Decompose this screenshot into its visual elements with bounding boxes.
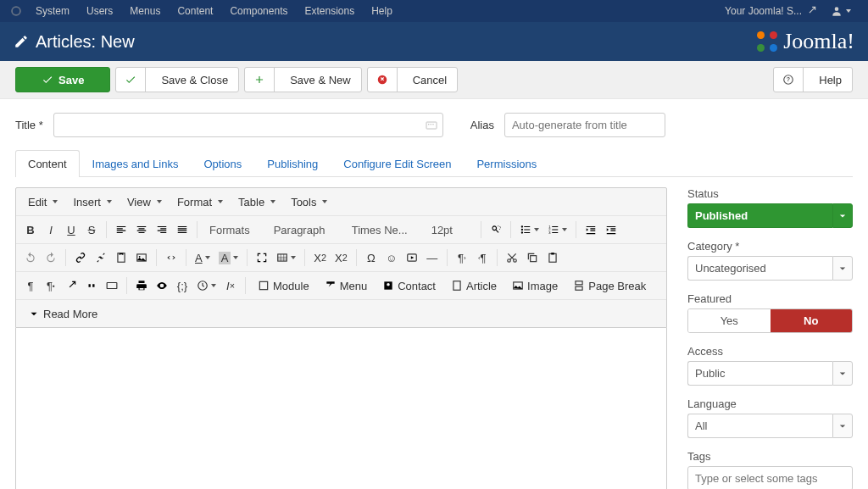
cancel-button[interactable]: Cancel bbox=[367, 67, 458, 92]
category-select[interactable]: Uncategorised bbox=[687, 256, 853, 281]
showpara-btn[interactable]: ¶▪ bbox=[42, 275, 60, 296]
underline-btn[interactable]: U bbox=[62, 219, 81, 240]
save-close-button[interactable]: Save & Close bbox=[115, 67, 239, 92]
featured-no[interactable]: No bbox=[771, 309, 853, 332]
title-input[interactable] bbox=[53, 113, 443, 137]
help-button[interactable]: ? Help bbox=[773, 67, 853, 92]
quote-btn[interactable] bbox=[82, 275, 101, 296]
italic-btn[interactable]: I bbox=[42, 219, 60, 240]
status-select[interactable]: Published bbox=[687, 203, 853, 228]
paste-btn[interactable] bbox=[543, 247, 562, 268]
copy-btn[interactable] bbox=[523, 247, 542, 268]
find-btn[interactable] bbox=[487, 219, 505, 240]
topmenu-components[interactable]: Components bbox=[221, 5, 296, 17]
save-button[interactable]: Save bbox=[15, 67, 110, 92]
align-center-btn[interactable] bbox=[132, 219, 151, 240]
newwindow-btn[interactable] bbox=[62, 275, 81, 296]
topmenu-system[interactable]: System bbox=[27, 5, 78, 17]
block-select[interactable]: Paragraph bbox=[267, 219, 343, 240]
contact-insert-btn[interactable]: Contact bbox=[376, 275, 442, 296]
pagebreak-insert-btn[interactable]: Page Break bbox=[566, 275, 653, 296]
featured-toggle[interactable]: Yes No bbox=[687, 308, 853, 333]
save-new-button[interactable]: Save & New bbox=[244, 67, 362, 92]
user-menu[interactable] bbox=[824, 5, 858, 17]
anchor-btn[interactable] bbox=[112, 247, 131, 268]
datetime-btn[interactable] bbox=[193, 275, 220, 296]
module-insert-btn[interactable]: Module bbox=[251, 275, 316, 296]
editmenu-insert[interactable]: Insert bbox=[66, 192, 119, 212]
language-select[interactable]: All bbox=[687, 414, 853, 438]
editmenu-view[interactable]: View bbox=[120, 192, 169, 212]
hr-btn[interactable]: — bbox=[423, 247, 442, 268]
superscript-btn[interactable]: X2 bbox=[331, 247, 351, 268]
tab-configure-edit[interactable]: Configure Edit Screen bbox=[331, 150, 464, 177]
unlink-btn[interactable] bbox=[92, 247, 110, 268]
readmore-btn[interactable]: Read More bbox=[21, 303, 104, 324]
editmenu-edit[interactable]: Edit bbox=[21, 192, 64, 212]
undo-btn[interactable] bbox=[21, 247, 40, 268]
bullet-list-btn[interactable] bbox=[516, 219, 542, 240]
article-insert-btn[interactable]: Article bbox=[444, 275, 504, 296]
tabs: Content Images and Links Options Publish… bbox=[15, 149, 853, 177]
featured-yes[interactable]: Yes bbox=[688, 309, 771, 332]
textcolor-btn[interactable]: A bbox=[192, 247, 214, 268]
chevron-down-icon bbox=[832, 361, 853, 386]
svg-rect-27 bbox=[107, 283, 117, 289]
codesample-btn[interactable]: {;} bbox=[173, 275, 192, 296]
tab-images-links[interactable]: Images and Links bbox=[80, 150, 192, 177]
strike-btn[interactable]: S bbox=[82, 219, 101, 240]
site-link[interactable]: Your Joomla! S... bbox=[718, 5, 824, 17]
tab-permissions[interactable]: Permissions bbox=[464, 150, 549, 177]
topmenu-content[interactable]: Content bbox=[169, 5, 221, 17]
image-btn[interactable] bbox=[132, 247, 151, 268]
para-btn[interactable]: ¶ bbox=[21, 275, 40, 296]
editmenu-tools[interactable]: Tools bbox=[284, 192, 334, 212]
fullscreen-btn[interactable] bbox=[253, 247, 271, 268]
svg-rect-34 bbox=[576, 281, 582, 285]
ltr-btn[interactable]: ¶› bbox=[453, 247, 471, 268]
align-right-btn[interactable] bbox=[153, 219, 171, 240]
image-insert-btn[interactable]: Image bbox=[505, 275, 565, 296]
link-btn[interactable] bbox=[71, 247, 90, 268]
bgcolor-btn[interactable]: A bbox=[215, 247, 242, 268]
specialchar-btn[interactable]: Ω bbox=[362, 247, 381, 268]
menu-insert-btn[interactable]: Menu bbox=[318, 275, 375, 296]
outdent-btn[interactable] bbox=[581, 219, 600, 240]
topmenu-menus[interactable]: Menus bbox=[121, 5, 169, 17]
rtl-btn[interactable]: ‹¶ bbox=[473, 247, 492, 268]
subscript-btn[interactable]: X2 bbox=[310, 247, 330, 268]
tab-publishing[interactable]: Publishing bbox=[254, 150, 331, 177]
topmenu-help[interactable]: Help bbox=[363, 5, 401, 17]
status-label: Status bbox=[687, 187, 853, 200]
access-select[interactable]: Public bbox=[687, 361, 853, 386]
keyboard-btn[interactable] bbox=[103, 275, 121, 296]
tab-options[interactable]: Options bbox=[191, 150, 254, 177]
tab-content[interactable]: Content bbox=[15, 150, 80, 177]
number-list-btn[interactable]: 123 bbox=[544, 219, 570, 240]
align-justify-btn[interactable] bbox=[173, 219, 192, 240]
align-left-btn[interactable] bbox=[112, 219, 131, 240]
cut-btn[interactable] bbox=[503, 247, 521, 268]
alias-input[interactable] bbox=[504, 113, 665, 137]
table-btn[interactable] bbox=[273, 247, 299, 268]
code-btn[interactable] bbox=[162, 247, 181, 268]
topmenu-users[interactable]: Users bbox=[78, 5, 121, 17]
formats-select[interactable]: Formats bbox=[203, 219, 265, 240]
print-btn[interactable] bbox=[132, 275, 151, 296]
editmenu-format[interactable]: Format bbox=[170, 192, 230, 212]
tags-input[interactable] bbox=[687, 466, 853, 489]
bold-btn[interactable]: B bbox=[21, 219, 40, 240]
font-select[interactable]: Times Ne... bbox=[345, 219, 423, 240]
indent-btn[interactable] bbox=[602, 219, 620, 240]
preview-btn[interactable] bbox=[153, 275, 171, 296]
fontsize-select[interactable]: 12pt bbox=[425, 219, 476, 240]
media-btn[interactable] bbox=[403, 247, 421, 268]
topmenu-extensions[interactable]: Extensions bbox=[296, 5, 363, 17]
topbar: System Users Menus Content Components Ex… bbox=[0, 0, 868, 22]
redo-btn[interactable] bbox=[42, 247, 60, 268]
editor-textarea[interactable] bbox=[15, 328, 667, 489]
clearformat-btn[interactable]: I× bbox=[221, 275, 240, 296]
emoji-btn[interactable]: ☺ bbox=[382, 247, 401, 268]
title-alias-row: Title * Alias bbox=[15, 113, 853, 137]
editmenu-table[interactable]: Table bbox=[231, 192, 282, 212]
